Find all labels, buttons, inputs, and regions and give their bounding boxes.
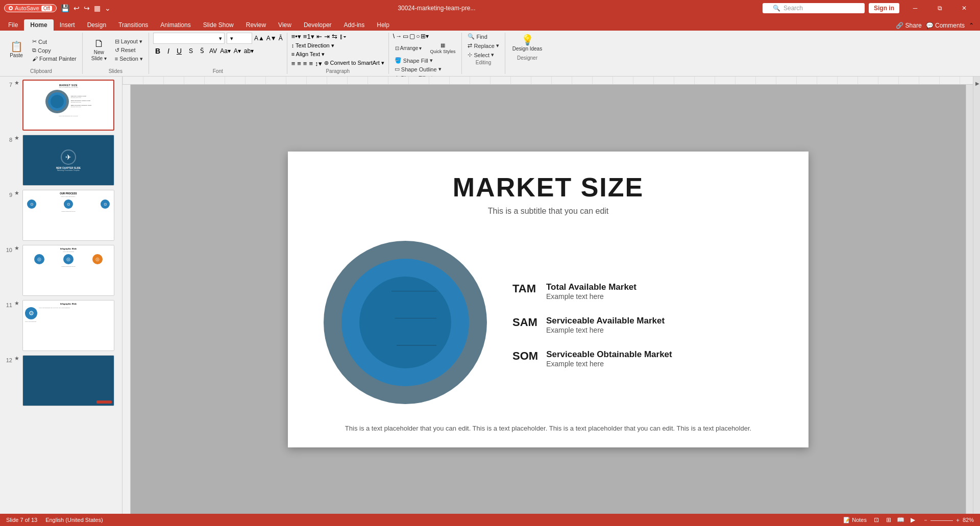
align-right-button[interactable]: ≡ [303,60,307,67]
autosave-toggle[interactable]: Off [41,6,52,11]
paragraph-row1: ≡•▾ ≡1▾ ⇤ ⇥ ⇆ ⫿▾ [291,33,384,40]
quick-styles-button[interactable]: ▦ Quick Styles [428,41,457,55]
zoom-out-button[interactable]: － [923,516,928,524]
slide-workspace[interactable]: MARKET SIZE This is a subtitle that you … [131,85,966,514]
tab-developer[interactable]: Developer [298,19,338,31]
tab-insert[interactable]: Insert [54,19,81,31]
smartart-button[interactable]: ⊛ Convert to SmartArt ▾ [324,60,384,67]
tab-addins[interactable]: Add-ins [338,19,371,31]
shape-oval[interactable]: ○ [416,33,420,40]
right-collapse-panel[interactable]: ▶ [973,77,980,514]
slide-sorter-button[interactable]: ⊞ [883,515,894,524]
font-increase-icon[interactable]: A▲ [254,35,264,42]
zoom-in-button[interactable]: ＋ [955,516,961,524]
cut-button[interactable]: ✂ Cut [31,38,78,45]
save-icon[interactable]: 💾 [61,4,69,12]
section-button[interactable]: ≡ Section ▾ [113,55,144,63]
align-text-button[interactable]: ≡ Align Text ▾ [291,51,325,58]
slide-thumb-10[interactable]: 10 ★ Infographic Slide This is a text pl… [2,244,120,297]
tab-view[interactable]: View [272,19,298,31]
bullets-button[interactable]: ≡•▾ [291,33,301,40]
designer-group: 💡 Design Ideas Designer [505,33,549,74]
shadow-button[interactable]: S̈ [198,46,206,56]
font-decrease-icon[interactable]: A▼ [266,35,277,42]
format-painter-button[interactable]: 🖌 Format Painter [31,55,78,62]
replace-button[interactable]: ⇄ Replace ▾ [466,42,500,49]
tab-home[interactable]: Home [24,19,53,31]
sign-in-button[interactable]: Sign in [869,3,899,13]
minimize-button[interactable]: ─ [903,1,927,15]
shape-outline-button[interactable]: ▭ Shape Outline ▾ [393,65,458,73]
slideshow-view-button[interactable]: ▶ [908,515,919,524]
main-slide[interactable]: MARKET SIZE This is a subtitle that you … [288,152,808,447]
underline-button[interactable]: U [175,46,184,56]
slide-number-7: 7 [3,80,12,88]
font-name-dropdown[interactable]: ▾ [153,33,225,44]
shape-arrow[interactable]: → [396,33,402,40]
autosave-badge[interactable]: AutoSave Off [4,4,57,12]
close-button[interactable]: ✕ [952,1,976,15]
indent-decrease-icon[interactable]: ⇤ [316,33,322,40]
italic-button[interactable]: I [165,46,172,56]
shape-more[interactable]: ⊞▾ [421,33,429,40]
paste-button[interactable]: 📋 Paste [4,39,29,61]
design-ideas-button[interactable]: 💡 Design Ideas [509,33,545,54]
font-color-button[interactable]: A▾ [234,47,241,55]
reset-button[interactable]: ↺ Reset [113,46,144,54]
rtl-ltr-icon[interactable]: ⇆ [332,33,337,40]
numbering-button[interactable]: ≡1▾ [303,33,314,40]
align-center-button[interactable]: ≡ [297,60,301,67]
search-box[interactable]: 🔍 Search [763,3,865,13]
redo-icon[interactable]: ↪ [84,4,90,12]
new-slide-button[interactable]: 🗋 NewSlide ▾ [87,36,111,64]
shape-line[interactable]: \ [393,33,395,40]
shape-fill-button[interactable]: 🪣 Shape Fill ▾ [393,57,458,64]
slide-thumb-8[interactable]: 8 ★ ✈ NEW CHAPTER SLIDE Marketing Presen… [2,134,120,187]
highlight-button[interactable]: ab▾ [244,47,254,55]
slide-thumb-9[interactable]: 9 ★ OUR PROCESS This is a text placehold… [2,189,120,242]
customize-icon[interactable]: ⌄ [105,4,111,12]
slide-panel[interactable]: 7 ★ MARKET SIZE This is a subtitle that … [0,77,122,514]
align-left-button[interactable]: ≡ [291,60,296,67]
notes-button[interactable]: 📝 Notes [843,517,867,523]
slide-thumb-11[interactable]: 11 ★ Infographic Slide ⚙ This is a text … [2,299,120,352]
comments-button[interactable]: 💬 Comments [926,22,965,29]
columns-button[interactable]: ⫿▾ [339,33,347,40]
designer-collapsed-label[interactable]: ▶ [973,77,980,90]
vertical-scrollbar[interactable] [966,85,973,514]
slide-thumb-7[interactable]: 7 ★ MARKET SIZE This is a subtitle that … [2,79,120,132]
arrange-button[interactable]: ⊡ Arrange▾ [393,44,424,52]
tab-design[interactable]: Design [81,19,112,31]
tab-review[interactable]: Review [240,19,272,31]
reading-view-button[interactable]: 📖 [895,515,906,524]
justify-button[interactable]: ≡ [309,60,313,67]
share-button[interactable]: 🔗 Share [896,22,921,29]
select-button[interactable]: ⊹ Select ▾ [466,51,500,59]
restore-button[interactable]: ⧉ [928,1,951,15]
normal-view-button[interactable]: ⊡ [871,515,882,524]
indent-increase-icon[interactable]: ⇥ [324,33,330,40]
copy-button[interactable]: ⧉ Copy [31,46,78,54]
find-button[interactable]: 🔍 Find [466,33,500,40]
strikethrough-button[interactable]: S [187,46,195,56]
font-case-button[interactable]: Aa▾ [220,47,231,55]
slide-thumb-12[interactable]: 12 ★ [2,354,120,407]
char-spacing-button[interactable]: AV [209,47,217,55]
undo-icon[interactable]: ↩ [74,4,80,12]
tab-file[interactable]: File [2,19,24,31]
font-size-dropdown[interactable]: ▾ [227,33,252,44]
collapse-ribbon-icon[interactable]: ⌃ [969,22,974,29]
present-icon[interactable]: ▦ [94,4,101,12]
tab-slideshow[interactable]: Slide Show [197,19,240,31]
tab-animations[interactable]: Animations [154,19,197,31]
tab-help[interactable]: Help [371,19,396,31]
zoom-slider[interactable]: ———— [930,517,953,523]
clear-format-icon[interactable]: Ā [279,35,283,42]
shape-rect[interactable]: ▭ [403,33,408,40]
bold-button[interactable]: B [153,46,162,56]
shape-rrect[interactable]: ▢ [409,33,415,40]
tab-transitions[interactable]: Transitions [112,19,154,31]
layout-button[interactable]: ⊟ Layout ▾ [113,38,144,45]
text-direction-button[interactable]: ↕ Text Direction ▾ [291,42,334,49]
line-spacing-button[interactable]: ↕▾ [315,60,322,67]
